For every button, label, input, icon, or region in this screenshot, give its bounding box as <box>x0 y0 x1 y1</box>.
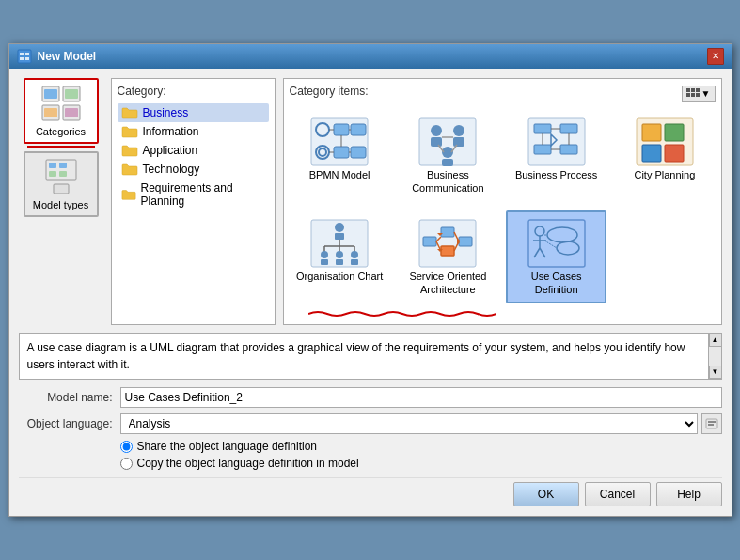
svg-rect-44 <box>442 159 453 166</box>
item-org-chart[interactable]: Organisation Chart <box>290 210 390 304</box>
title-bar: New Model ✕ <box>9 44 732 69</box>
svg-rect-21 <box>696 88 700 92</box>
folder-icon-application <box>121 144 138 157</box>
svg-rect-65 <box>335 233 344 240</box>
svg-rect-16 <box>49 171 56 177</box>
radio-copy-input[interactable] <box>120 458 133 470</box>
tab-model-types[interactable]: Model types <box>24 151 99 217</box>
svg-rect-51 <box>534 145 551 154</box>
description-scrollbar[interactable]: ▲ ▼ <box>708 334 721 379</box>
svg-rect-27 <box>334 124 349 135</box>
svg-rect-24 <box>696 93 700 97</box>
scroll-down-button[interactable]: ▼ <box>709 366 722 379</box>
squiggle-decoration <box>308 307 697 315</box>
svg-rect-8 <box>65 89 78 99</box>
svg-rect-78 <box>423 237 436 246</box>
dialog-icon <box>17 49 32 64</box>
category-business-label: Business <box>143 106 189 119</box>
item-biz-proc[interactable]: Business Process <box>506 109 606 203</box>
category-requirements-label: Requirements and Planning <box>141 181 265 208</box>
svg-rect-15 <box>59 163 67 168</box>
items-grid: BPMN Model <box>290 109 716 303</box>
category-panel: Category: Business Information <box>111 78 276 325</box>
new-model-dialog: New Model ✕ <box>8 43 732 517</box>
cancel-button[interactable]: Cancel <box>585 482 651 506</box>
item-soa-label: Service Oriented Architecture <box>403 270 493 297</box>
item-biz-proc-label: Business Process <box>515 168 597 181</box>
radio-share-input[interactable] <box>120 441 133 453</box>
category-application[interactable]: Application <box>118 141 269 160</box>
city-planning-icon <box>635 117 695 168</box>
ok-button[interactable]: OK <box>513 482 579 506</box>
category-technology[interactable]: Technology <box>118 160 269 179</box>
item-use-cases[interactable]: Use Cases Definition <box>506 210 606 304</box>
item-use-cases-label: Use Cases Definition <box>512 270 601 297</box>
model-name-input[interactable] <box>120 387 722 408</box>
object-language-browse-button[interactable] <box>701 413 722 434</box>
items-panel-label: Category items: <box>290 85 369 98</box>
svg-rect-23 <box>691 93 695 97</box>
category-application-label: Application <box>143 144 198 157</box>
svg-rect-31 <box>334 147 349 158</box>
svg-rect-52 <box>560 145 577 154</box>
title-bar-left: New Model <box>17 49 97 64</box>
item-city-plan[interactable]: City Planning <box>614 109 715 203</box>
svg-rect-59 <box>642 124 661 141</box>
close-button[interactable]: ✕ <box>707 48 724 65</box>
radio-share-label: Share the object language definition <box>137 440 317 453</box>
svg-point-73 <box>336 251 343 258</box>
svg-rect-102 <box>708 424 714 426</box>
model-types-icon <box>40 158 82 195</box>
business-process-icon <box>527 117 587 168</box>
object-language-select[interactable]: Analysis UML BPMN <box>120 413 698 434</box>
description-area: A use case diagram is a UML diagram that… <box>19 333 722 380</box>
folder-icon-information <box>121 125 138 138</box>
folder-icon-business <box>121 106 138 119</box>
svg-rect-28 <box>351 124 366 135</box>
view-toggle-button[interactable]: ▼ <box>682 86 716 102</box>
svg-rect-22 <box>686 93 690 97</box>
category-information[interactable]: Information <box>118 122 269 141</box>
svg-rect-50 <box>560 124 577 133</box>
radio-copy-label: Copy the object language definition in m… <box>137 457 359 470</box>
dialog-title: New Model <box>38 50 97 63</box>
button-row: OK Cancel Help <box>19 477 722 506</box>
category-panel-label: Category: <box>118 85 269 98</box>
category-requirements[interactable]: Requirements and Planning <box>118 179 269 210</box>
svg-rect-60 <box>665 124 684 141</box>
items-header: Category items: ▼ <box>290 85 716 103</box>
svg-rect-32 <box>351 147 366 158</box>
folder-icon-requirements <box>121 188 136 201</box>
item-bpmn-label: BPMN Model <box>309 168 370 181</box>
svg-rect-10 <box>44 108 57 117</box>
category-business[interactable]: Business <box>118 103 269 122</box>
tab-categories-label: Categories <box>36 126 86 137</box>
items-panel: Category items: ▼ <box>283 78 722 325</box>
svg-point-75 <box>351 251 358 258</box>
svg-rect-40 <box>431 137 442 147</box>
tab-categories[interactable]: Categories <box>24 78 99 144</box>
svg-rect-76 <box>351 259 358 265</box>
category-information-label: Information <box>143 125 199 138</box>
svg-rect-19 <box>686 88 690 92</box>
bpmn-model-icon <box>309 117 370 168</box>
svg-rect-61 <box>642 145 661 162</box>
help-button[interactable]: Help <box>656 482 722 506</box>
scroll-up-button[interactable]: ▲ <box>709 334 722 347</box>
item-soa[interactable]: Service Oriented Architecture <box>398 210 498 304</box>
grid-view-icon <box>686 88 700 100</box>
svg-rect-62 <box>665 145 684 162</box>
main-area: Categories Model types <box>19 78 722 325</box>
folder-icon-technology <box>121 163 138 176</box>
svg-rect-81 <box>459 237 472 246</box>
svg-rect-72 <box>321 259 328 265</box>
svg-rect-101 <box>708 421 716 423</box>
item-biz-comm[interactable]: Business Communication <box>398 109 498 203</box>
svg-rect-17 <box>59 171 67 177</box>
svg-rect-4 <box>25 57 29 60</box>
category-technology-label: Technology <box>143 163 200 176</box>
org-chart-icon <box>309 218 370 270</box>
item-bpmn[interactable]: BPMN Model <box>290 109 390 203</box>
svg-rect-20 <box>691 88 695 92</box>
radio-group: Share the object language definition Cop… <box>120 440 722 470</box>
